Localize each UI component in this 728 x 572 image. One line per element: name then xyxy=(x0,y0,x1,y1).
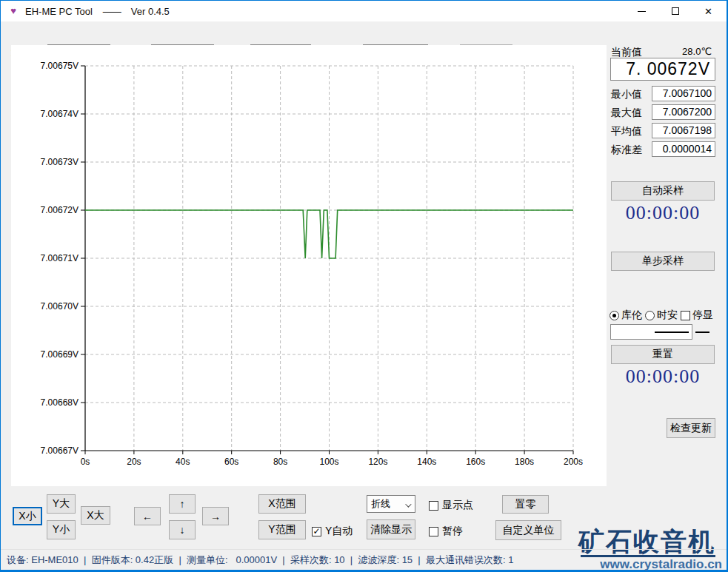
svg-text:160s: 160s xyxy=(466,457,485,467)
x-range-button[interactable]: X范围 xyxy=(258,494,306,514)
integration-value-box[interactable] xyxy=(610,324,692,340)
dash-icon xyxy=(695,332,709,333)
line-type-select[interactable]: 折线 xyxy=(367,495,415,513)
svg-text:140s: 140s xyxy=(417,457,436,467)
svg-text:20s: 20s xyxy=(127,457,141,467)
avg-value: 7.0067198 xyxy=(652,123,715,138)
status-bar: 设备: EH-ME010 | 固件版本: 0.42正版 | 测量单位: 0.00… xyxy=(1,549,727,571)
svg-text:180s: 180s xyxy=(515,457,534,467)
svg-text:60s: 60s xyxy=(224,457,238,467)
maximize-button[interactable] xyxy=(658,1,692,21)
x-zoom-out-button[interactable]: X小 xyxy=(13,507,42,525)
line-type-value: 折线 xyxy=(371,497,390,511)
svg-text:7.00669V: 7.00669V xyxy=(41,349,79,360)
stddev-label: 标准差 xyxy=(611,144,642,157)
hold-display-checkbox[interactable] xyxy=(681,311,690,320)
max-value: 7.0067200 xyxy=(652,104,715,120)
title-dash: —— xyxy=(103,6,121,17)
close-icon: ✕ xyxy=(704,6,712,17)
svg-text:200s: 200s xyxy=(564,457,583,467)
show-points-label: 显示点 xyxy=(442,499,473,512)
checkbox-checked-icon: ✓ xyxy=(312,527,321,536)
pause-checkbox[interactable]: 暂停 xyxy=(429,525,463,538)
checkbox-icon xyxy=(429,527,438,536)
custom-unit-button[interactable]: 自定义单位 xyxy=(495,520,561,540)
minimize-button[interactable] xyxy=(625,1,658,21)
zero-button[interactable]: 置零 xyxy=(502,495,549,514)
svg-text:7.00667V: 7.00667V xyxy=(41,445,79,456)
svg-text:80s: 80s xyxy=(273,457,287,467)
checkbox-icon xyxy=(429,501,438,511)
pan-right-button[interactable]: → xyxy=(202,507,229,525)
toolbar: 端口号 COM4 波特率 38400 校验 偶校验 通讯地址 1 关闭 xyxy=(1,21,727,44)
voltage-chart: 7.00675V7.00674V7.00673V7.00672V7.00671V… xyxy=(11,45,607,486)
svg-text:100s: 100s xyxy=(319,457,338,467)
window-controls: ✕ xyxy=(625,1,725,21)
window-title: EH-ME PC Tool xyxy=(25,6,93,17)
avg-label: 平均值 xyxy=(611,125,642,138)
minimize-icon xyxy=(638,11,646,12)
dash-icon xyxy=(655,332,689,333)
integration-mode-row: 库伦 时安 停显 xyxy=(610,309,727,322)
x-zoom-in-button[interactable]: X大 xyxy=(81,506,110,525)
min-label: 最小值 xyxy=(611,88,642,101)
coulomb-radio[interactable] xyxy=(610,311,619,320)
pan-up-button[interactable]: ↑ xyxy=(169,494,196,514)
pan-left-button[interactable]: ← xyxy=(134,507,161,525)
show-points-checkbox[interactable]: 显示点 xyxy=(429,499,473,512)
clear-display-button[interactable]: 清除显示 xyxy=(367,519,415,539)
min-value: 7.0067100 xyxy=(652,86,715,101)
single-sample-button[interactable]: 单步采样 xyxy=(611,252,715,271)
close-window-button[interactable]: ✕ xyxy=(692,1,725,21)
temperature-value: 28.0℃ xyxy=(682,46,712,57)
amp-hour-radio[interactable] xyxy=(645,311,655,320)
svg-text:7.00672V: 7.00672V xyxy=(41,205,79,215)
auto-sample-timer: 00:00:00 xyxy=(611,202,715,224)
window-version: Ver 0.4.5 xyxy=(131,6,170,17)
svg-text:7.00668V: 7.00668V xyxy=(41,397,79,408)
app-window: ♥ EH-ME PC Tool —— Ver 0.4.5 ✕ 端口号 COM4 … xyxy=(0,0,728,572)
y-auto-checkbox[interactable]: ✓ Y自动 xyxy=(312,525,353,538)
svg-text:7.00673V: 7.00673V xyxy=(41,157,79,167)
title-bar: ♥ EH-ME PC Tool —— Ver 0.4.5 ✕ xyxy=(1,1,727,21)
svg-text:0s: 0s xyxy=(81,457,90,467)
svg-text:7.00674V: 7.00674V xyxy=(41,109,79,119)
coulomb-radio-label: 库伦 xyxy=(621,309,642,322)
current-value-display: 7. 00672V xyxy=(610,58,715,81)
stddev-value: 0.0000014 xyxy=(652,141,715,157)
app-icon: ♥ xyxy=(7,5,19,17)
y-zoom-out-button[interactable]: Y小 xyxy=(47,520,76,539)
svg-text:7.00670V: 7.00670V xyxy=(41,301,79,312)
pan-down-button[interactable]: ↓ xyxy=(169,520,196,539)
maximize-icon xyxy=(672,7,679,15)
y-range-button[interactable]: Y范围 xyxy=(258,520,306,539)
amp-hour-radio-label: 时安 xyxy=(657,309,678,322)
svg-text:40s: 40s xyxy=(176,457,190,467)
auto-sample-button[interactable]: 自动采样 xyxy=(611,181,715,201)
y-auto-label: Y自动 xyxy=(325,525,353,538)
chevron-down-icon xyxy=(405,501,411,507)
hold-display-checkbox-label: 停显 xyxy=(692,309,713,322)
reset-button[interactable]: 重置 xyxy=(611,345,715,364)
svg-text:120s: 120s xyxy=(368,457,387,467)
pause-label: 暂停 xyxy=(442,525,463,538)
check-update-button[interactable]: 检查更新 xyxy=(667,418,715,438)
svg-text:7.00675V: 7.00675V xyxy=(41,61,79,71)
reset-timer: 00:00:00 xyxy=(611,366,715,388)
max-label: 最大值 xyxy=(611,107,642,120)
svg-text:7.00671V: 7.00671V xyxy=(41,253,79,263)
y-zoom-in-button[interactable]: Y大 xyxy=(47,494,76,514)
status-bar-text: 设备: EH-ME010 | 固件版本: 0.42正版 | 测量单位: 0.00… xyxy=(7,554,513,567)
